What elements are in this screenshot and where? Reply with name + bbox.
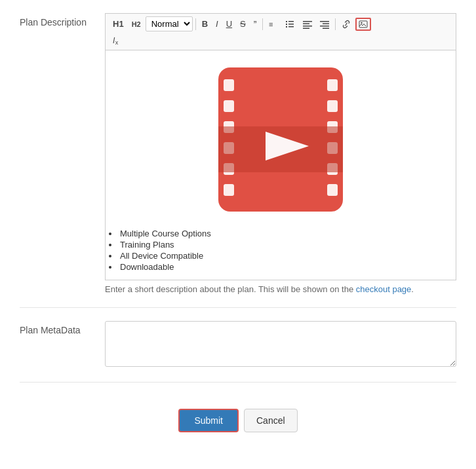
link-button[interactable]: [338, 18, 354, 31]
svg-rect-4: [288, 24, 294, 25]
svg-rect-5: [286, 26, 287, 28]
svg-rect-19: [224, 100, 234, 112]
form-container: Plan Description H1 H2 Normal B I U S ”: [0, 0, 476, 452]
toolbar-row-1: H1 H2 Normal B I U S ” ≡: [109, 16, 452, 31]
plan-metadata-row: Plan MetaData: [20, 321, 456, 383]
hint-link: checkout page: [356, 284, 412, 294]
format-select[interactable]: Normal: [146, 16, 193, 31]
svg-rect-10: [303, 28, 309, 29]
ordered-list-button[interactable]: ≡: [266, 18, 281, 31]
quote-button[interactable]: ”: [250, 17, 260, 31]
svg-rect-7: [303, 21, 312, 22]
video-icon: [212, 61, 349, 218]
bullet-item-3: All Device Compatible: [119, 251, 449, 261]
svg-rect-12: [323, 23, 329, 24]
svg-text:≡: ≡: [269, 20, 273, 28]
svg-rect-14: [323, 28, 329, 29]
svg-rect-1: [286, 21, 287, 22]
plan-metadata-label: Plan MetaData: [20, 321, 105, 335]
h1-button[interactable]: H1: [109, 17, 127, 31]
toolbar-separator-1: [195, 18, 196, 30]
plan-description-label: Plan Description: [20, 13, 105, 28]
svg-rect-29: [327, 184, 338, 196]
svg-rect-13: [320, 26, 329, 27]
toolbar-separator-3: [335, 18, 336, 30]
editor-toolbar: H1 H2 Normal B I U S ” ≡: [105, 13, 456, 50]
bold-button[interactable]: B: [199, 17, 211, 31]
hint-text: Enter a short description about the plan…: [105, 284, 456, 294]
cancel-button[interactable]: Cancel: [244, 409, 298, 432]
bullet-item-4: Downloadable: [119, 262, 449, 272]
svg-rect-3: [286, 24, 287, 25]
h2-button[interactable]: H2: [129, 18, 144, 30]
video-icon-container: [112, 61, 449, 218]
clear-format-button[interactable]: Ix: [109, 34, 118, 47]
plan-description-field: H1 H2 Normal B I U S ” ≡: [105, 13, 456, 294]
svg-rect-23: [224, 184, 234, 196]
metadata-textarea[interactable]: [105, 321, 456, 367]
unordered-list-button[interactable]: [283, 18, 298, 31]
svg-rect-24: [327, 79, 338, 91]
svg-rect-18: [224, 79, 234, 91]
italic-button[interactable]: I: [212, 17, 222, 31]
toolbar-separator-2: [262, 18, 263, 30]
submit-button[interactable]: Submit: [178, 409, 239, 432]
svg-rect-8: [303, 23, 309, 24]
plan-metadata-field: [105, 321, 456, 369]
image-button[interactable]: [355, 18, 371, 31]
toolbar-row-2: Ix: [109, 34, 452, 47]
strikethrough-button[interactable]: S: [237, 17, 249, 31]
svg-rect-25: [327, 100, 338, 112]
plan-description-row: Plan Description H1 H2 Normal B I U S ”: [20, 13, 456, 308]
bullet-list: Multiple Course Options Training Plans A…: [112, 229, 449, 272]
align-left-button[interactable]: [300, 18, 315, 31]
bullet-item-1: Multiple Course Options: [119, 229, 449, 238]
svg-rect-6: [288, 26, 294, 28]
svg-rect-2: [288, 21, 294, 22]
bullet-item-2: Training Plans: [119, 240, 449, 250]
svg-point-16: [361, 22, 363, 23]
align-right-button[interactable]: [317, 18, 332, 31]
svg-rect-9: [303, 26, 312, 27]
svg-rect-11: [320, 21, 329, 22]
editor-body[interactable]: Multiple Course Options Training Plans A…: [105, 50, 456, 280]
underline-button[interactable]: U: [223, 17, 235, 31]
buttons-row: Submit Cancel: [20, 396, 456, 439]
